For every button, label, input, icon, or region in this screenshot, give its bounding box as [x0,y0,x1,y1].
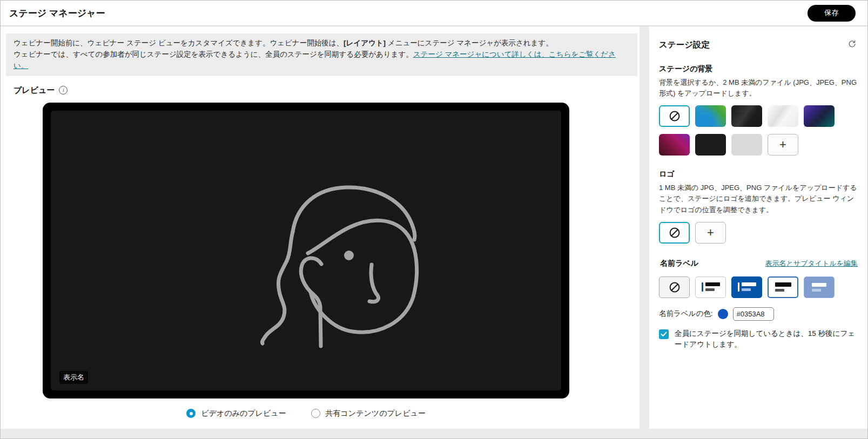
color-hex-input[interactable] [733,307,774,321]
logo-description: 1 MB 未満の JPG、JPEG、PNG ファイルをアップロードすることで、ス… [659,183,858,215]
banner-line-1: ウェビナー開始前に、ウェビナー ステージ ビューをカスタマイズできます。ウェビナ… [14,38,630,49]
stage-manager-window: ステージ マネージャー 保存 ウェビナー開始前に、ウェビナー ステージ ビューを… [0,0,868,439]
logo-section: ロゴ 1 MB 未満の JPG、JPEG、PNG ファイルをアップロードすること… [658,170,859,243]
background-swatch-blue-green[interactable] [695,105,726,127]
background-section: ステージの背景 背景を選択するか、2 MB 未満のファイル (JPG、JPEG、… [658,64,859,156]
name-label-heading-row: 名前ラベル 表示名とサブタイトルを編集 [659,259,858,268]
radio-shared-content-label: 共有コンテンツのプレビュー [326,409,426,418]
name-label-section: 名前ラベル 表示名とサブタイトルを編集 [658,259,859,350]
stage-settings-sidebar: ステージ設定 ステージの背景 背景を選択するか、2 MB 未満のファイル (JP… [649,26,867,429]
name-label-style-row [659,276,858,298]
plus-icon: + [779,138,786,152]
main-panel: ウェビナー開始前に、ウェビナー ステージ ビューをカスタマイズできます。ウェビナ… [1,26,640,429]
sidebar-header: ステージ設定 [659,38,858,51]
radio-shared-content-preview[interactable]: 共有コンテンツのプレビュー [311,409,426,418]
background-swatch-purple-teal[interactable] [804,105,835,127]
background-swatch-magenta[interactable] [659,134,690,156]
save-button[interactable]: 保存 [808,5,856,22]
logo-buttons: + [659,222,858,244]
logo-upload-button[interactable]: + [695,222,726,244]
sync-fadeout-row: 全員にステージを同期しているときは、15 秒後にフェードアウトします。 [659,328,858,350]
reset-button[interactable] [846,38,858,51]
name-label-style-translucent[interactable] [804,276,835,298]
stage-preview-video[interactable]: 表示名 [51,111,561,390]
background-swatch-dark-wave[interactable] [731,105,762,127]
radio-unselected-icon[interactable] [311,409,320,418]
background-swatch-none[interactable] [659,105,690,127]
none-icon [669,281,681,293]
preview-mode-radios: ビデオのみのプレビュー 共有コンテンツのプレビュー [43,409,569,418]
none-icon [669,110,681,122]
preview-heading: プレビュー [14,85,55,96]
background-swatch-black[interactable] [695,134,726,156]
edit-display-name-link[interactable]: 表示名とサブタイトルを編集 [765,259,858,268]
background-upload-button[interactable]: + [768,134,798,156]
background-description: 背景を選択するか、2 MB 未満のファイル (JPG、JPEG、PNG 形式) … [659,77,858,99]
sidebar-title: ステージ設定 [659,39,710,51]
color-swatch-circle[interactable] [718,309,728,319]
name-label-color-row: 名前ラベルの色: [659,307,858,321]
content-area: ウェビナー開始前に、ウェビナー ステージ ビューをカスタマイズできます。ウェビナ… [1,26,867,438]
radio-selected-icon[interactable] [186,409,196,418]
banner-layout-emphasis: [レイアウト] [344,39,386,47]
plus-icon: + [707,226,714,240]
banner-line-2: ウェビナーでは、すべての参加者が同じステージ設定を表示できるように、全員のステー… [14,49,630,72]
background-swatch-light-gray[interactable] [731,134,762,156]
stage-preview-frame: 表示名 [43,103,569,399]
none-icon [669,227,681,239]
name-label-color-label: 名前ラベルの色: [659,309,713,319]
page-title: ステージ マネージャー [9,7,105,19]
avatar-line-art [117,121,495,380]
sync-fadeout-checkbox[interactable] [659,329,669,339]
name-label-style-none[interactable] [659,276,690,298]
refresh-icon [847,39,857,49]
radio-video-only-preview[interactable]: ビデオのみのプレビュー [186,409,286,418]
app-header: ステージ マネージャー 保存 [1,1,867,26]
background-swatch-light-wave[interactable] [768,105,798,127]
check-icon [661,332,667,337]
display-name-label: 表示名 [59,371,88,384]
name-label-style-dark-selected[interactable] [768,276,798,298]
logo-none-button[interactable] [659,222,690,244]
name-label-style-light-accent[interactable] [695,276,726,298]
preview-heading-row: プレビュー i [14,85,640,96]
background-heading: ステージの背景 [659,64,858,74]
background-swatch-grid: + [659,105,858,156]
name-label-style-blue-filled[interactable] [731,276,762,298]
name-label-heading: 名前ラベル [660,259,698,268]
info-banner: ウェビナー開始前に、ウェビナー ステージ ビューをカスタマイズできます。ウェビナ… [6,33,637,76]
sync-fadeout-label: 全員にステージを同期しているときは、15 秒後にフェードアウトします。 [675,328,858,350]
radio-video-only-label: ビデオのみのプレビュー [201,409,286,418]
info-icon[interactable]: i [59,86,68,94]
logo-heading: ロゴ [659,170,858,179]
